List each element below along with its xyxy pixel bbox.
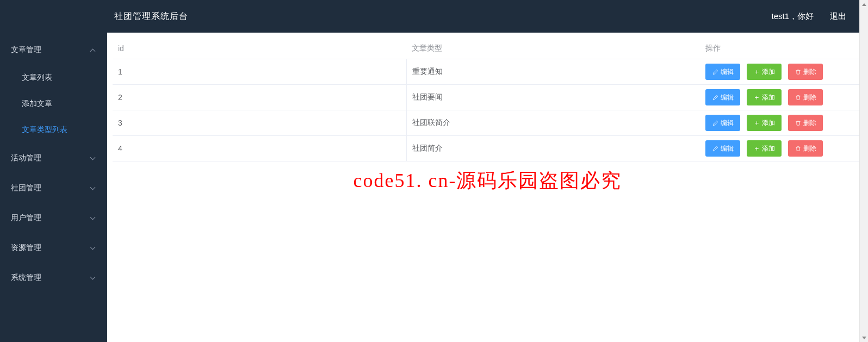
edit-button-label: 编辑 (721, 67, 734, 77)
col-header-ops: 操作 (700, 38, 863, 59)
delete-button[interactable]: 删除 (788, 89, 823, 105)
cell-id: 1 (113, 59, 406, 85)
table-row: 3社团联简介编辑添加删除 (113, 110, 863, 136)
scroll-down-icon[interactable] (860, 333, 868, 342)
plus-icon (754, 69, 760, 75)
table-row: 4社团简介编辑添加删除 (113, 136, 863, 161)
menu-group-2[interactable]: 社团管理 (0, 173, 107, 203)
submenu-item-0-0[interactable]: 文章列表 (11, 65, 107, 91)
delete-button-label: 删除 (803, 144, 816, 153)
chevron-up-icon (91, 47, 96, 53)
cell-ops: 编辑添加删除 (700, 136, 863, 161)
add-button-label: 添加 (762, 119, 775, 128)
menu-group-0[interactable]: 文章管理 (0, 35, 107, 65)
delete-button-label: 删除 (803, 119, 816, 128)
add-button[interactable]: 添加 (747, 89, 782, 105)
edit-button[interactable]: 编辑 (705, 89, 740, 105)
edit-button[interactable]: 编辑 (705, 140, 740, 157)
pencil-icon (712, 69, 718, 75)
add-button[interactable]: 添加 (747, 115, 782, 131)
topbar: 社团管理系统后台 test1，你好 退出 (0, 0, 868, 33)
chevron-down-icon (91, 215, 96, 221)
edit-button-label: 编辑 (721, 93, 734, 102)
app-title: 社团管理系统后台 (114, 11, 188, 22)
menu-group-label: 用户管理 (11, 213, 91, 223)
delete-button[interactable]: 删除 (788, 140, 823, 157)
cell-ops: 编辑添加删除 (700, 59, 863, 85)
chevron-down-icon (91, 275, 96, 281)
pencil-icon (712, 95, 718, 101)
col-header-id: id (113, 38, 406, 59)
delete-button-label: 删除 (803, 67, 816, 77)
menu-group-5[interactable]: 系统管理 (0, 263, 107, 293)
cell-type: 重要通知 (406, 59, 700, 85)
cell-id: 3 (113, 110, 406, 136)
scrollbar[interactable] (859, 0, 868, 342)
logout-link[interactable]: 退出 (830, 11, 846, 22)
menu-group-3[interactable]: 用户管理 (0, 203, 107, 233)
edit-button[interactable]: 编辑 (705, 64, 740, 80)
add-button[interactable]: 添加 (747, 64, 782, 80)
trash-icon (795, 120, 801, 126)
cell-type: 社团简介 (406, 136, 700, 161)
plus-icon (754, 95, 760, 101)
col-header-type: 文章类型 (406, 38, 700, 59)
delete-button[interactable]: 删除 (788, 64, 823, 80)
plus-icon (754, 146, 760, 152)
plus-icon (754, 120, 760, 126)
cell-id: 4 (113, 136, 406, 161)
menu-group-label: 资源管理 (11, 243, 91, 253)
chevron-down-icon (91, 156, 96, 161)
chevron-down-icon (91, 245, 96, 251)
cell-type: 社团要闻 (406, 85, 700, 110)
edit-button[interactable]: 编辑 (705, 115, 740, 131)
chevron-down-icon (91, 185, 96, 191)
table-row: 2社团要闻编辑添加删除 (113, 85, 863, 110)
main-content: id 文章类型 操作 1重要通知编辑添加删除2社团要闻编辑添加删除3社团联简介编… (107, 33, 868, 342)
watermark-text: code51. cn-源码乐园盗图必究 (107, 167, 868, 194)
add-button-label: 添加 (762, 93, 775, 102)
submenu-item-0-1[interactable]: 添加文章 (11, 91, 107, 117)
menu-group-label: 文章管理 (11, 45, 91, 55)
pencil-icon (712, 120, 718, 126)
cell-ops: 编辑添加删除 (700, 85, 863, 110)
delete-button-label: 删除 (803, 93, 816, 102)
cell-id: 2 (113, 85, 406, 110)
add-button-label: 添加 (762, 67, 775, 77)
article-type-table: id 文章类型 操作 1重要通知编辑添加删除2社团要闻编辑添加删除3社团联简介编… (113, 38, 863, 161)
scroll-up-icon[interactable] (860, 0, 868, 9)
submenu-item-0-2[interactable]: 文章类型列表 (11, 117, 107, 143)
user-greeting: test1，你好 (771, 11, 814, 22)
cell-ops: 编辑添加删除 (700, 110, 863, 136)
edit-button-label: 编辑 (721, 119, 734, 128)
trash-icon (795, 146, 801, 152)
menu-group-label: 系统管理 (11, 273, 91, 283)
cell-type: 社团联简介 (406, 110, 700, 136)
edit-button-label: 编辑 (721, 144, 734, 153)
add-button-label: 添加 (762, 144, 775, 153)
table-row: 1重要通知编辑添加删除 (113, 59, 863, 85)
add-button[interactable]: 添加 (747, 140, 782, 157)
menu-group-label: 社团管理 (11, 183, 91, 193)
trash-icon (795, 69, 801, 75)
pencil-icon (712, 146, 718, 152)
sidebar: 文章管理文章列表添加文章文章类型列表活动管理社团管理用户管理资源管理系统管理 (0, 33, 107, 342)
trash-icon (795, 95, 801, 101)
menu-group-label: 活动管理 (11, 153, 91, 163)
menu-group-1[interactable]: 活动管理 (0, 143, 107, 173)
menu-group-4[interactable]: 资源管理 (0, 233, 107, 263)
delete-button[interactable]: 删除 (788, 115, 823, 131)
